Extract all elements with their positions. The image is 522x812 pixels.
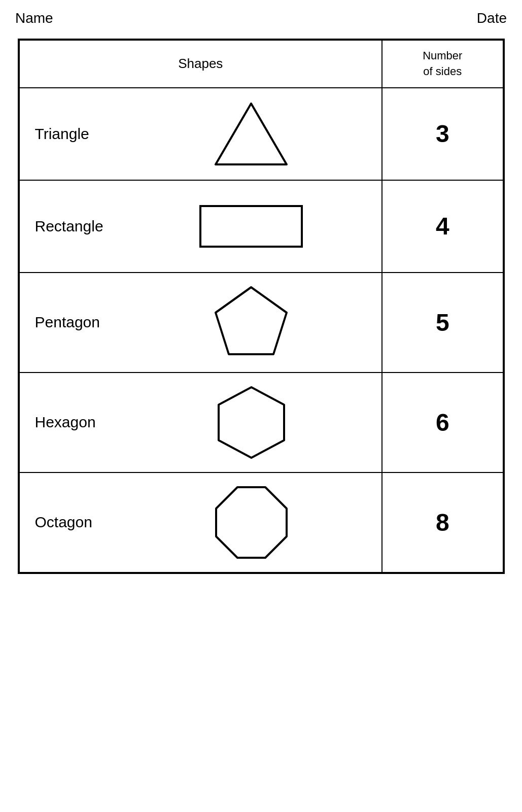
shape-drawing-triangle: [136, 98, 367, 170]
shape-drawing-hexagon: [136, 383, 367, 462]
shape-name-rectangle: Rectangle: [35, 218, 116, 235]
svg-marker-4: [216, 487, 287, 558]
sides-number-pentagon: 5: [382, 273, 503, 373]
svg-marker-0: [216, 104, 287, 164]
shape-drawing-pentagon: [136, 283, 367, 362]
shape-cell-pentagon: Pentagon: [19, 273, 382, 373]
shape-name-triangle: Triangle: [35, 125, 116, 143]
table-row: Pentagon 5: [19, 273, 503, 373]
shape-name-octagon: Octagon: [35, 514, 116, 531]
shape-cell-hexagon: Hexagon: [19, 373, 382, 472]
sides-number-rectangle: 4: [382, 180, 503, 273]
page-header: Name Date: [15, 10, 507, 26]
table-row: Hexagon 6: [19, 373, 503, 472]
table-row: Triangle 3: [19, 88, 503, 180]
shapes-table: Shapes Numberof sides Triangle 3Rectangl…: [19, 40, 504, 573]
table-row: Rectangle 4: [19, 180, 503, 273]
shape-cell-triangle: Triangle: [19, 88, 382, 180]
worksheet: Shapes Numberof sides Triangle 3Rectangl…: [18, 39, 505, 574]
svg-marker-2: [216, 287, 287, 354]
date-label: Date: [477, 10, 507, 26]
name-label: Name: [15, 10, 53, 26]
table-row: Octagon 8: [19, 472, 503, 572]
sides-number-triangle: 3: [382, 88, 503, 180]
svg-rect-1: [200, 206, 302, 247]
table-header-row: Shapes Numberof sides: [19, 40, 503, 88]
sides-number-hexagon: 6: [382, 373, 503, 472]
shape-name-hexagon: Hexagon: [35, 414, 116, 431]
shape-cell-rectangle: Rectangle: [19, 180, 382, 273]
shape-drawing-octagon: [136, 483, 367, 562]
shape-cell-octagon: Octagon: [19, 472, 382, 572]
shape-name-pentagon: Pentagon: [35, 314, 116, 331]
sides-column-header: Numberof sides: [382, 40, 503, 88]
sides-number-octagon: 8: [382, 472, 503, 572]
shape-drawing-rectangle: [136, 196, 367, 257]
shapes-column-header: Shapes: [19, 40, 382, 88]
svg-marker-3: [219, 387, 284, 458]
